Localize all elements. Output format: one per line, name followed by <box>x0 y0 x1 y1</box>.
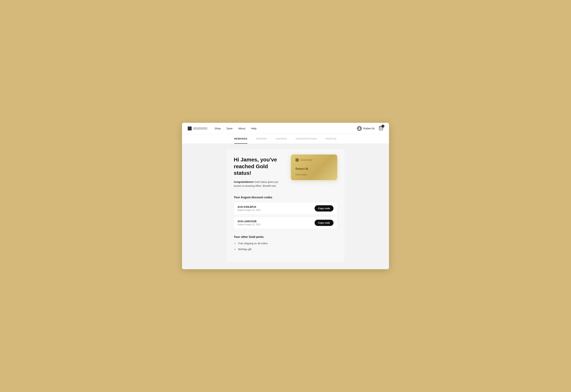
perks-section: Your other Gold perks ✓ Free shipping on… <box>234 235 337 251</box>
check-icon-1: ✓ <box>234 242 236 245</box>
perk-item-1: ✓ Free shipping on all orders <box>234 242 337 245</box>
tab-rewards[interactable]: REWARDS <box>234 134 247 144</box>
check-icon-2: ✓ <box>234 248 236 251</box>
nav-item-shop[interactable]: Shop <box>214 127 221 130</box>
code-value-1: AUG-K93LBF24 <box>238 205 261 208</box>
tab-savings[interactable]: SAVINGS <box>275 134 287 144</box>
cart-badge: 3 <box>381 125 384 127</box>
nav-item-help[interactable]: Help <box>251 127 256 130</box>
card-username: Robert M. <box>296 167 333 170</box>
logo-icon <box>188 126 192 130</box>
hero-title: Hi James, you've reached Gold status! <box>234 156 284 176</box>
content-card: Hi James, you've reached Gold status! Co… <box>227 149 344 262</box>
nav-item-save[interactable]: Save <box>226 127 232 130</box>
browser-window: Shop Save About Help Robert M. <box>182 123 389 269</box>
hero-body: Congratulations! Gold status gives you a… <box>234 180 284 188</box>
nav-right: Robert M. 3 <box>357 126 383 131</box>
perk-item-2: ✓ Birthday gift <box>234 248 337 251</box>
code-info-1: AUG-K93LBF24 Expires August 31, 2021 <box>238 205 261 211</box>
copy-button-2[interactable]: Copy code <box>315 220 333 226</box>
card-logo-text <box>300 159 313 161</box>
perks-section-title: Your other Gold perks <box>234 235 337 238</box>
tab-orders[interactable]: ORDERS <box>256 134 267 144</box>
gold-card: Robert M. Gold status <box>291 154 337 180</box>
perk-label-2: Birthday gift <box>238 248 251 251</box>
card-status: Gold status <box>296 173 333 176</box>
hero-section: Hi James, you've reached Gold status! Co… <box>234 156 337 188</box>
code-item-2: AUG-L84KG32B Expires August 31, 2021 Cop… <box>234 217 337 229</box>
page-background: Hi James, you've reached Gold status! Co… <box>182 144 389 269</box>
code-info-2: AUG-L84KG32B Expires August 31, 2021 <box>238 220 261 226</box>
code-value-2: AUG-L84KG32B <box>238 220 261 223</box>
user-icon <box>357 126 362 131</box>
tab-profile[interactable]: PROFILE <box>326 134 337 144</box>
code-expiry-2: Expires August 31, 2021 <box>238 223 261 226</box>
logo-area[interactable] <box>188 126 207 130</box>
logo-text <box>193 127 207 130</box>
code-item-1: AUG-K93LBF24 Expires August 31, 2021 Cop… <box>234 202 337 214</box>
perk-label-1: Free shipping on all orders <box>238 242 268 245</box>
copy-button-1[interactable]: Copy code <box>315 205 333 211</box>
secondary-nav: REWARDS ORDERS SAVINGS SUBSCRIPTIONS PRO… <box>182 134 389 144</box>
code-expiry-1: Expires August 31, 2021 <box>238 209 261 211</box>
user-area[interactable]: Robert M. <box>357 126 375 131</box>
cart-icon-wrapper[interactable]: 3 <box>379 126 383 131</box>
discount-section-title: Your August discount codes <box>234 196 337 199</box>
card-logo-row <box>296 158 333 162</box>
card-logo-box <box>296 158 299 162</box>
user-name-label: Robert M. <box>363 127 375 130</box>
congratulations-label: Congratulations! <box>234 181 254 183</box>
main-nav: Shop Save About Help <box>214 127 357 130</box>
discount-codes-section: Your August discount codes AUG-K93LBF24 … <box>234 196 337 229</box>
nav-item-about[interactable]: About <box>238 127 245 130</box>
perks-list: ✓ Free shipping on all orders ✓ Birthday… <box>234 242 337 251</box>
top-nav: Shop Save About Help Robert M. <box>182 123 389 134</box>
svg-point-0 <box>359 127 360 128</box>
tab-subscriptions[interactable]: SUBSCRIPTIONS <box>296 134 317 144</box>
hero-text: Hi James, you've reached Gold status! Co… <box>234 156 284 188</box>
